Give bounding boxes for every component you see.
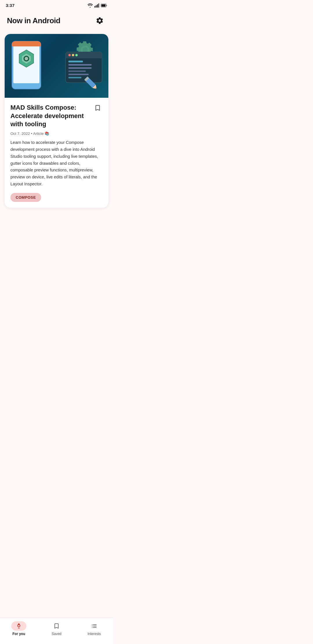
wifi-icon [88, 3, 93, 8]
pencil-illustration [82, 75, 100, 92]
article-card: MAD Skills Compose: Accelerate developme… [5, 34, 108, 208]
svg-rect-22 [68, 67, 92, 69]
svg-rect-21 [68, 64, 92, 66]
svg-point-17 [68, 54, 71, 56]
page-header: Now in Android [0, 10, 113, 32]
card-content: MAD Skills Compose: Accelerate developme… [5, 98, 108, 208]
card-header-row: MAD Skills Compose: Accelerate developme… [10, 104, 103, 129]
status-icons [88, 3, 107, 8]
status-time: 3:37 [6, 3, 14, 8]
settings-icon [96, 17, 104, 25]
svg-rect-16 [65, 56, 102, 58]
svg-point-18 [72, 54, 74, 56]
svg-point-13 [25, 57, 28, 60]
settings-button[interactable] [93, 14, 106, 27]
svg-rect-3 [99, 3, 99, 8]
svg-rect-1 [96, 5, 97, 8]
svg-rect-0 [94, 6, 95, 8]
battery-icon [101, 4, 107, 7]
bookmark-button[interactable] [93, 103, 103, 114]
svg-rect-2 [97, 4, 98, 8]
card-title: MAD Skills Compose: Accelerate developme… [10, 104, 89, 129]
phone-illustration [10, 40, 42, 91]
bookmark-icon [94, 104, 101, 112]
page-title: Now in Android [7, 16, 60, 25]
svg-rect-5 [101, 4, 105, 7]
hero-image [5, 34, 108, 98]
svg-rect-20 [68, 61, 83, 62]
svg-point-19 [75, 54, 78, 56]
card-meta: Oct 7, 2022 • Article 📚 [10, 131, 103, 136]
card-date-type: Oct 7, 2022 • Article 📚 [10, 131, 49, 136]
card-description: Learn how to accelerate your Compose dev… [10, 139, 103, 188]
svg-rect-25 [68, 77, 81, 78]
signal-icon [94, 3, 99, 8]
svg-rect-9 [12, 44, 41, 46]
status-bar: 3:37 [0, 0, 113, 10]
compose-tag-button[interactable]: COMPOSE [10, 193, 41, 202]
svg-rect-23 [68, 70, 86, 72]
